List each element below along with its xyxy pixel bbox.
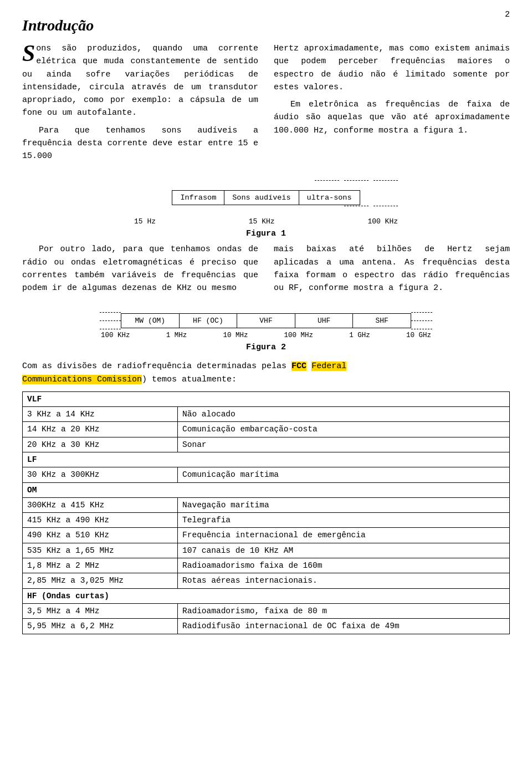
page-number: 2 (505, 10, 510, 19)
table-row-desc: Sonar (178, 437, 510, 452)
fig1-freq-15khz: 15 KHz (249, 217, 275, 226)
fig2-freq-1ghz: 1 GHz (349, 332, 370, 339)
table-row-desc: Radioamadorismo, faixa de 80 m (178, 603, 510, 618)
figure2-diagram: MW (OM) HF (OC) VHF UHF SHF 100 KHz 1 MH… (100, 312, 432, 339)
fcc-rest: ) temos atualmente: (142, 375, 237, 384)
table-row-freq: 415 KHz a 490 KHz (23, 513, 178, 528)
radio-col2-text: mais baixas até bilhões de Hertz sejam a… (274, 243, 510, 294)
table-row-freq: 3 KHz a 14 KHz (23, 407, 178, 422)
intro-col1-para2: Para que tenhamos sons audíveis a frequê… (22, 124, 258, 163)
radio-col2: mais baixas até bilhões de Hertz sejam a… (274, 243, 510, 299)
fig2-freq-10ghz: 10 GHz (406, 332, 431, 339)
intro-col1: Sons são produzidos, quando uma corrente… (22, 42, 258, 167)
fig2-freq-10mhz: 10 MHz (223, 332, 248, 339)
table-row-freq: 20 KHz a 30 KHz (23, 437, 178, 452)
intro-col2-para2: Em eletrônica as frequências de faixa de… (274, 98, 510, 137)
fig1-band-audivel: Sons audíveis (224, 191, 299, 205)
radio-col1-text: Por outro lado, para que tenhamos ondas … (22, 243, 258, 294)
fig2-band-shf: SHF (353, 314, 411, 328)
figure1-container: Infrasom Sons audíveis ultra-sons 15 Hz … (22, 175, 510, 238)
table-row-freq: 14 KHz a 20 KHz (23, 422, 178, 437)
table-row-desc: Radioamadorismo faixa de 160m (178, 558, 510, 573)
fig2-freq-100mhz: 100 MHz (284, 332, 314, 339)
fig2-band-mw: MW (OM) (121, 314, 180, 328)
fcc-intro-text: Com as divisões de radiofrequência deter… (22, 362, 287, 371)
figure2-freqs: 100 KHz 1 MHz 10 MHz 100 MHz 1 GHz 10 GH… (100, 332, 432, 339)
figure1-freqs: 15 Hz 15 KHz 100 KHz (133, 217, 399, 226)
table-row-freq: 300KHz a 415 KHz (23, 497, 178, 512)
figure1-diagram: Infrasom Sons audíveis ultra-sons 15 Hz … (133, 180, 399, 226)
table-section-header: OM (23, 482, 510, 497)
drop-cap: S (22, 44, 35, 63)
table-row-freq: 3,5 MHz a 4 MHz (23, 603, 178, 618)
figure2-bands: MW (OM) HF (OC) VHF UHF SHF (121, 313, 411, 328)
table-row-freq: 535 KHz a 1,65 MHz (23, 543, 178, 558)
fcc-label: FCC (291, 362, 306, 371)
intro-col2: Hertz aproximadamente, mas como existem … (274, 42, 510, 167)
fig2-freq-100khz: 100 KHz (101, 332, 130, 339)
fcc-comm: Communications Comission (22, 375, 142, 384)
frequency-table: VLF3 KHz a 14 KHzNão alocado14 KHz a 20 … (22, 391, 510, 634)
fig1-freq-15hz: 15 Hz (134, 217, 156, 226)
intro-col2-para1: Hertz aproximadamente, mas como existem … (274, 42, 510, 94)
fig2-band-vhf: VHF (237, 314, 295, 328)
table-row-desc: Navegação marítima (178, 497, 510, 512)
figure1-bands: Infrasom Sons audíveis ultra-sons (172, 190, 360, 205)
fig2-freq-1mhz: 1 MHz (166, 332, 187, 339)
table-row-desc: Comunicação marítima (178, 467, 510, 482)
table-row-desc: 107 canais de 10 KHz AM (178, 543, 510, 558)
figure2-container: MW (OM) HF (OC) VHF UHF SHF 100 KHz 1 MH… (22, 307, 510, 352)
table-row-freq: 2,85 MHz a 3,025 MHz (23, 573, 178, 588)
fcc-federal: Federal (311, 362, 346, 371)
page-title: Introdução (22, 17, 510, 34)
table-row-freq: 5,95 MHz a 6,2 MHz (23, 619, 178, 634)
fig1-band-infrasom: Infrasom (172, 191, 224, 205)
figure1-label: Figura 1 (246, 229, 286, 238)
table-section-header: LF (23, 452, 510, 467)
table-section-header: VLF (23, 391, 510, 406)
fig2-band-hf: HF (OC) (180, 314, 238, 328)
figure2-label: Figura 2 (246, 343, 286, 352)
radio-col1: Por outro lado, para que tenhamos ondas … (22, 243, 258, 299)
table-row-desc: Rotas aéreas internacionais. (178, 573, 510, 588)
fig1-freq-100khz: 100 KHz (367, 217, 398, 226)
table-row-desc: Frequência internacional de emergência (178, 528, 510, 543)
table-section-header: HF (Ondas curtas) (23, 588, 510, 603)
fcc-paragraph: Com as divisões de radiofrequência deter… (22, 360, 510, 386)
table-row-freq: 490 KHz a 510 KHz (23, 528, 178, 543)
table-row-freq: 30 KHz a 300KHz (23, 467, 178, 482)
intro-col1-para1: ons são produzidos, quando uma corrente … (22, 44, 258, 118)
table-row-desc: Não alocado (178, 407, 510, 422)
fig2-band-uhf: UHF (295, 314, 354, 328)
table-row-desc: Radiodifusão internacional de OC faixa d… (178, 619, 510, 634)
fig1-band-ultrassom: ultra-sons (299, 191, 360, 205)
table-row-desc: Telegrafia (178, 513, 510, 528)
table-row-desc: Comunicação embarcação-costa (178, 422, 510, 437)
table-row-freq: 1,8 MHz a 2 MHz (23, 558, 178, 573)
